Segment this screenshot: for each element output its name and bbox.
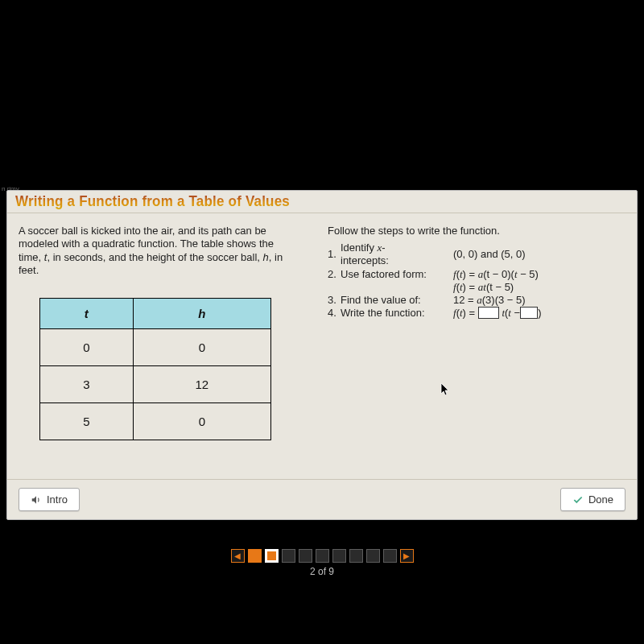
step-4-label: Write the function: [341, 307, 453, 320]
p4: (t [486, 281, 493, 293]
cell-h0: 0 [133, 329, 270, 366]
lesson-card: Writing a Function from a Table of Value… [6, 190, 638, 520]
intro-label: Intro [47, 493, 68, 506]
step-3-label: Find the value of: [341, 294, 453, 307]
step-2: 2. Use factored form: f(t) = a(t − 0)(t … [328, 268, 625, 295]
intro-button[interactable]: Intro [19, 488, 80, 511]
bottom-bar: Intro Done [7, 479, 637, 519]
f-sym: f [453, 268, 456, 280]
prompt-line-a: A soccer ball is kicked into the air, an… [19, 225, 266, 237]
step-1-num: 1. [328, 248, 341, 261]
cell-h2: 0 [133, 403, 270, 440]
eq: ) = [463, 268, 478, 280]
eq2: ) = [463, 281, 478, 293]
p3: − 5) [518, 268, 539, 280]
step-1: 1. Identify x- intercepts: (0, 0) and (5… [328, 242, 625, 268]
content-area: A soccer ball is kicked into the air, an… [7, 213, 637, 479]
check-icon [572, 494, 584, 506]
table-row: 0 0 [40, 329, 271, 366]
prompt-line-c-suffix: , in [269, 251, 283, 263]
prompt-line-c-mid: , in seconds, and the height of the socc… [47, 251, 262, 263]
steps-title: Follow the steps to write the function. [328, 225, 625, 237]
step-3-value: 12 = a(3)(3 − 5) [453, 294, 625, 307]
prompt-line-c-prefix: time, [19, 251, 44, 263]
pager-page-3[interactable] [282, 549, 295, 563]
right-pane: Follow the steps to write the function. … [324, 225, 625, 464]
cell-t2: 5 [40, 403, 134, 440]
s4-f: f [453, 307, 456, 319]
pager-page-2[interactable] [265, 549, 279, 563]
step-1-label-a: Identify [341, 242, 378, 254]
cell-h1: 12 [133, 366, 270, 403]
answer-blank-a[interactable] [478, 307, 499, 319]
step-3-num: 3. [328, 294, 341, 307]
s3-b: (3)(3 − 5) [482, 294, 526, 306]
var-h: h [263, 251, 269, 263]
prompt-line-b: modeled with a quadratic function. The t… [19, 237, 274, 250]
step-3: 3. Find the value of: 12 = a(3)(3 − 5) [328, 294, 625, 307]
speaker-icon [31, 494, 42, 506]
left-pane: A soccer ball is kicked into the air, an… [19, 225, 324, 464]
step-2-label: Use factored form: [341, 268, 453, 295]
pager-page-6[interactable] [332, 549, 346, 563]
heading-strip: Writing a Function from a Table of Value… [7, 191, 637, 213]
step-1-label-b: - [382, 242, 385, 254]
step-4-num: 4. [328, 307, 341, 320]
table-row: 5 0 [40, 403, 271, 440]
table-header-row: t h [40, 299, 271, 329]
f-sym2: f [453, 281, 456, 293]
at: at [478, 281, 486, 293]
pager-prev-button[interactable]: ◀ [231, 549, 245, 563]
data-table: t h 0 0 3 12 5 0 [39, 298, 271, 440]
step-4-value: f(t) = t(t −) [453, 307, 625, 320]
p2: − 0)( [489, 268, 514, 280]
step-2-num: 2. [328, 268, 341, 295]
p5: − 5) [493, 281, 514, 293]
answer-blank-b[interactable] [520, 307, 538, 319]
step-1-value: (0, 0) and (5, 0) [453, 248, 625, 261]
pager-text: 2 of 9 [0, 566, 644, 577]
p1: (t [483, 268, 489, 280]
cell-t1: 3 [40, 366, 134, 403]
step-1-label: Identify x- intercepts: [341, 242, 453, 268]
th-h: h [133, 299, 270, 329]
step-1-label-c: intercepts: [341, 254, 389, 266]
th-t: t [40, 299, 134, 329]
done-button[interactable]: Done [560, 488, 625, 511]
table-row: 3 12 [40, 366, 271, 403]
cursor-icon [440, 382, 452, 401]
problem-prompt: A soccer ball is kicked into the air, an… [19, 225, 316, 277]
pager-page-9[interactable] [383, 549, 397, 563]
step-2-value: f(t) = a(t − 0)(t − 5) f(t) = at(t − 5) [453, 268, 625, 295]
pager-next-button[interactable]: ▶ [400, 549, 414, 563]
pager-row: ◀ ▶ [231, 549, 414, 563]
s4-dash: − [511, 307, 520, 319]
s4-eq: ) = [463, 307, 478, 319]
pager-page-4[interactable] [299, 549, 312, 563]
s4-end: ) [538, 307, 541, 319]
pager-page-8[interactable] [366, 549, 380, 563]
s3-v: 12 = [453, 294, 477, 306]
step-4: 4. Write the function: f(t) = t(t −) [328, 307, 625, 320]
pager-page-5[interactable] [316, 549, 329, 563]
pager-page-7[interactable] [349, 549, 363, 563]
done-label: Done [588, 493, 613, 506]
page-title: Writing a Function from a Table of Value… [15, 194, 290, 211]
pager: ◀ ▶ 2 of 9 [0, 547, 644, 577]
cell-t0: 0 [40, 329, 134, 366]
pager-page-1[interactable] [248, 549, 262, 563]
prompt-line-d: feet. [19, 264, 39, 276]
